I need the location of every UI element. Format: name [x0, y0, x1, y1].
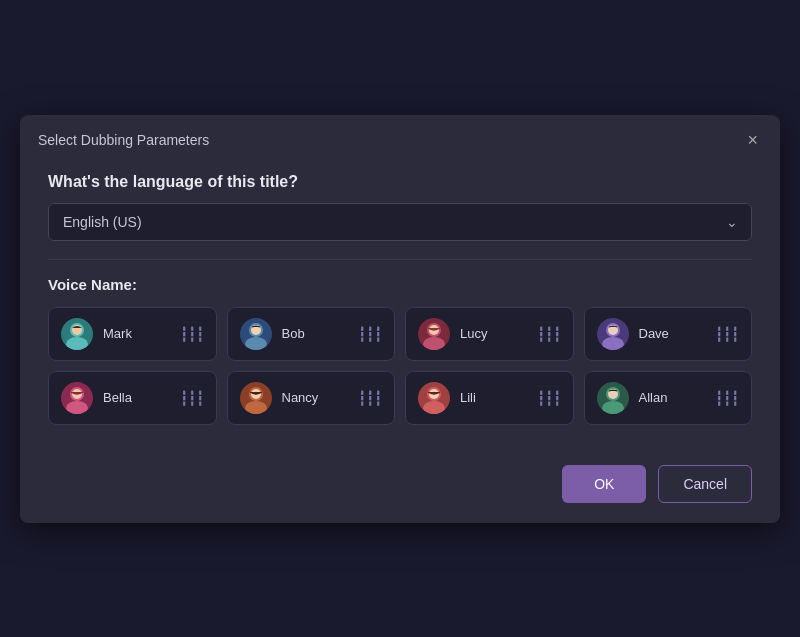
waveform-icon-bob[interactable]: ┇┇┇ — [358, 326, 382, 342]
svg-point-10 — [602, 337, 624, 350]
waveform-icon-mark[interactable]: ┇┇┇ — [180, 326, 204, 342]
avatar-lili — [418, 382, 450, 414]
cancel-button[interactable]: Cancel — [658, 465, 752, 503]
waveform-icon-nancy[interactable]: ┇┇┇ — [358, 390, 382, 406]
voice-name-bella: Bella — [103, 390, 170, 405]
voice-name-allan: Allan — [639, 390, 706, 405]
voice-name-bob: Bob — [282, 326, 349, 341]
divider — [48, 259, 752, 260]
voice-grid: Mark ┇┇┇ Bob ┇┇┇ Lucy ┇┇┇ — [48, 307, 752, 425]
ok-button[interactable]: OK — [562, 465, 646, 503]
avatar-bob — [240, 318, 272, 350]
language-section-label: What's the language of this title? — [48, 173, 752, 191]
voice-card-nancy[interactable]: Nancy ┇┇┇ — [227, 371, 396, 425]
waveform-icon-bella[interactable]: ┇┇┇ — [180, 390, 204, 406]
dialog-body: What's the language of this title? Engli… — [20, 163, 780, 449]
voice-name-dave: Dave — [639, 326, 706, 341]
language-select-wrapper: English (US) Spanish French German Japan… — [48, 203, 752, 241]
dialog-footer: OK Cancel — [20, 449, 780, 523]
voice-card-allan[interactable]: Allan ┇┇┇ — [584, 371, 753, 425]
voice-card-mark[interactable]: Mark ┇┇┇ — [48, 307, 217, 361]
voice-card-lucy[interactable]: Lucy ┇┇┇ — [405, 307, 574, 361]
language-select[interactable]: English (US) Spanish French German Japan… — [48, 203, 752, 241]
avatar-mark — [61, 318, 93, 350]
close-button[interactable]: × — [743, 129, 762, 151]
avatar-lucy — [418, 318, 450, 350]
voice-name-mark: Mark — [103, 326, 170, 341]
avatar-nancy — [240, 382, 272, 414]
svg-point-19 — [423, 401, 445, 414]
voice-name-nancy: Nancy — [282, 390, 349, 405]
waveform-icon-lucy[interactable]: ┇┇┇ — [537, 326, 561, 342]
voice-card-lili[interactable]: Lili ┇┇┇ — [405, 371, 574, 425]
voice-name-lili: Lili — [460, 390, 527, 405]
waveform-icon-dave[interactable]: ┇┇┇ — [715, 326, 739, 342]
dialog-titlebar: Select Dubbing Parameters × — [20, 115, 780, 163]
svg-point-22 — [602, 401, 624, 414]
avatar-allan — [597, 382, 629, 414]
avatar-bella — [61, 382, 93, 414]
waveform-icon-allan[interactable]: ┇┇┇ — [715, 390, 739, 406]
svg-point-13 — [66, 401, 88, 414]
dialog: Select Dubbing Parameters × What's the l… — [20, 115, 780, 523]
avatar-dave — [597, 318, 629, 350]
voice-card-bob[interactable]: Bob ┇┇┇ — [227, 307, 396, 361]
voice-name-label: Voice Name: — [48, 276, 752, 293]
svg-point-7 — [423, 337, 445, 350]
voice-card-dave[interactable]: Dave ┇┇┇ — [584, 307, 753, 361]
svg-point-1 — [66, 337, 88, 350]
dialog-title: Select Dubbing Parameters — [38, 132, 209, 148]
svg-point-4 — [245, 337, 267, 350]
voice-card-bella[interactable]: Bella ┇┇┇ — [48, 371, 217, 425]
svg-point-16 — [245, 401, 267, 414]
waveform-icon-lili[interactable]: ┇┇┇ — [537, 390, 561, 406]
voice-name-lucy: Lucy — [460, 326, 527, 341]
